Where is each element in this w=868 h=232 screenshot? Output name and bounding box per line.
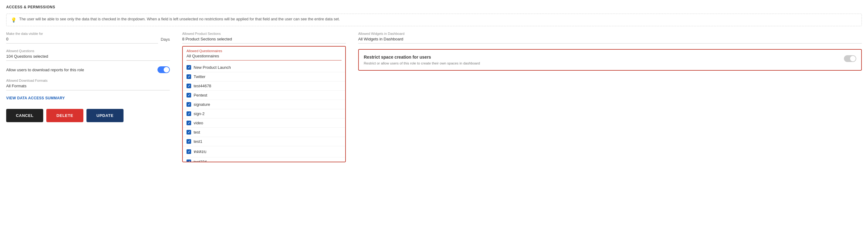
list-item-label: sign-2 (194, 111, 205, 116)
list-item[interactable]: test (183, 128, 345, 137)
checkbox-icon (187, 111, 191, 116)
list-item[interactable]: Pentest (183, 91, 345, 100)
checkbox-icon (187, 130, 191, 134)
list-item[interactable]: Twitter (183, 72, 345, 81)
restrict-desc: Restrict or allow users of this role to … (364, 61, 480, 65)
list-item-label: test44678 (194, 84, 211, 88)
widgets-field: Allowed Widgets in Dashboard All Widgets… (358, 32, 862, 43)
list-item[interactable]: ทดสอบ (183, 146, 345, 157)
download-toggle-label: Allow users to download reports for this… (6, 68, 84, 72)
list-item-label: test (194, 130, 200, 134)
list-item-label: Pentest (194, 93, 207, 98)
questionnaires-list[interactable]: New Product LaunchTwittertest44678Pentes… (183, 63, 345, 162)
right-column: Allowed Widgets in Dashboard All Widgets… (358, 32, 862, 162)
restrict-box: Restrict space creation for users Restri… (358, 49, 862, 71)
list-item-label: ทดสอบ (194, 148, 206, 155)
info-banner: 💡 The user will be able to see only the … (6, 13, 862, 26)
checkbox-icon (187, 139, 191, 144)
info-text: The user will be able to see only the da… (19, 17, 340, 21)
list-item-label: video (194, 121, 203, 125)
section-title: ACCESS & PERMISSIONS (6, 5, 862, 9)
list-item-label: test234 (194, 160, 207, 162)
delete-button[interactable]: DELETE (46, 109, 83, 122)
checkbox-icon (187, 149, 191, 154)
list-item-label: signature (194, 102, 210, 107)
bulb-icon: 💡 (11, 17, 17, 23)
checkbox-icon (187, 84, 191, 88)
download-formats-field: Allowed Download Formats All Formats (6, 79, 170, 90)
checkbox-icon (187, 74, 191, 79)
list-item[interactable]: New Product Launch (183, 63, 345, 72)
restrict-toggle[interactable] (844, 55, 856, 62)
view-summary-link[interactable]: VIEW DATA ACCESS SUMMARY (6, 96, 170, 100)
product-sections-value: 8 Product Sections selected (182, 37, 346, 43)
list-item-label: test1 (194, 139, 202, 144)
questionnaires-dropdown[interactable]: Allowed Questionnaires All Questionnaire… (182, 46, 346, 162)
update-button[interactable]: UPDATE (87, 109, 124, 122)
list-item[interactable]: test44678 (183, 81, 345, 91)
download-formats-label: Allowed Download Formats (6, 79, 170, 82)
allowed-questions-value: 104 Questions selected (6, 54, 170, 61)
cancel-button[interactable]: CANCEL (6, 109, 43, 122)
action-buttons: CANCEL DELETE UPDATE (6, 109, 170, 122)
download-formats-value: All Formats (6, 84, 170, 90)
download-toggle[interactable] (157, 66, 170, 73)
data-visible-value: 0 (6, 37, 158, 43)
widgets-value: All Widgets in Dashboard (358, 37, 862, 43)
list-item[interactable]: signature (183, 100, 345, 109)
checkbox-icon (187, 65, 191, 70)
middle-column: Allowed Product Sections 8 Product Secti… (182, 32, 346, 162)
widgets-label: Allowed Widgets in Dashboard (358, 32, 862, 35)
allowed-questions-label: Allowed Questions (6, 49, 170, 53)
data-visible-field: Make the data visible for 0 Days (6, 32, 170, 43)
questionnaires-label: Allowed Questionnaires (187, 49, 342, 53)
download-toggle-row: Allow users to download reports for this… (6, 66, 170, 73)
list-item[interactable]: video (183, 119, 345, 128)
left-column: Make the data visible for 0 Days Allowed… (6, 32, 170, 162)
list-item[interactable]: sign-2 (183, 109, 345, 119)
checkbox-icon (187, 160, 191, 162)
product-sections-field: Allowed Product Sections 8 Product Secti… (182, 32, 346, 43)
dropdown-header: Allowed Questionnaires All Questionnaire… (183, 46, 345, 63)
list-item-label: Twitter (194, 74, 205, 79)
list-item-label: New Product Launch (194, 65, 231, 70)
checkbox-icon (187, 121, 191, 125)
questionnaires-value: All Questionnaires (187, 54, 342, 61)
restrict-text: Restrict space creation for users Restri… (364, 55, 480, 65)
restrict-title: Restrict space creation for users (364, 55, 480, 60)
data-visible-label: Make the data visible for (6, 32, 170, 35)
product-sections-label: Allowed Product Sections (182, 32, 346, 35)
allowed-questions-field: Allowed Questions 104 Questions selected (6, 49, 170, 61)
list-item[interactable]: test234 (183, 157, 345, 162)
checkbox-icon (187, 102, 191, 107)
days-label: Days (161, 37, 170, 42)
list-item[interactable]: test1 (183, 137, 345, 146)
checkbox-icon (187, 93, 191, 98)
